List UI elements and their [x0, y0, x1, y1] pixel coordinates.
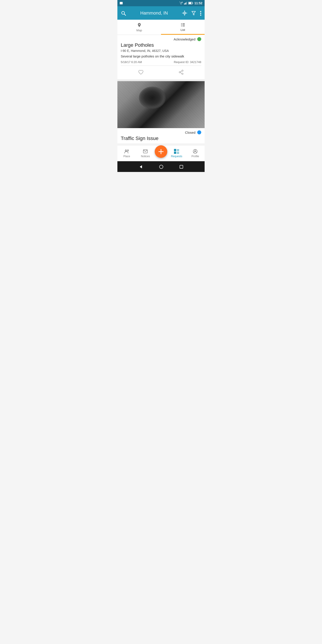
header-title: Hammond, IN [130, 10, 179, 16]
nav-requests[interactable]: Requests [167, 149, 186, 158]
card-2: Closed Traffic Sign Issue [118, 81, 204, 143]
nav-profile[interactable]: Profile [186, 149, 205, 158]
tab-list-label: List [180, 28, 185, 32]
card-1-address: I-90 E, Hammond, IN, 46327, USA [121, 49, 201, 52]
svg-rect-7 [189, 2, 192, 4]
card-1: Acknowledged Large Potholes I-90 E, Hamm… [118, 35, 204, 80]
svg-point-28 [179, 72, 180, 73]
svg-point-19 [200, 13, 201, 14]
svg-rect-37 [174, 149, 176, 151]
status-bar-right: 11:52 [179, 1, 202, 5]
card-1-title: Large Potholes [121, 42, 201, 48]
card-1-date: 5/18/17 6:20 AM [121, 60, 142, 64]
svg-point-29 [182, 73, 183, 74]
battery-icon [188, 2, 193, 4]
view-tabs: Map List [118, 20, 204, 35]
heart-icon [138, 70, 144, 75]
nav-add-button[interactable] [155, 145, 167, 158]
card-1-body: Acknowledged Large Potholes I-90 E, Hamm… [118, 35, 204, 80]
svg-line-31 [180, 71, 182, 72]
card-1-status-dot [197, 37, 201, 41]
nav-place[interactable]: Place [118, 149, 136, 158]
svg-rect-47 [180, 165, 183, 168]
card-1-meta: 5/18/17 6:20 AM Request ID: 3421748 [121, 60, 201, 66]
status-bar: 11:52 [118, 0, 204, 6]
nav-place-label: Place [124, 155, 130, 158]
card-1-description: Several large potholes on the city sidew… [121, 54, 201, 58]
svg-point-44 [194, 150, 196, 152]
svg-rect-5 [186, 2, 187, 4]
card-1-status-label: Acknowledged [174, 37, 196, 41]
svg-marker-17 [192, 12, 196, 15]
svg-point-33 [127, 150, 128, 151]
svg-point-18 [200, 11, 201, 12]
android-nav-bar [118, 161, 204, 172]
card-2-status-label: Closed [185, 130, 196, 134]
add-icon [158, 148, 164, 155]
card-2-title: Traffic Sign Issue [121, 136, 201, 141]
svg-line-30 [180, 73, 182, 74]
nav-requests-label: Requests [171, 155, 182, 158]
profile-nav-icon [193, 149, 198, 154]
svg-point-27 [182, 70, 183, 71]
card-1-actions [121, 66, 201, 78]
share-icon [178, 70, 184, 75]
card-2-image[interactable] [118, 81, 204, 128]
card-2-status-row: Closed [121, 130, 201, 134]
svg-rect-8 [192, 3, 193, 4]
svg-point-16 [184, 13, 185, 14]
svg-line-10 [124, 14, 126, 16]
svg-rect-4 [186, 2, 186, 4]
card-1-share-button[interactable] [172, 68, 190, 76]
card-2-body: Closed Traffic Sign Issue [118, 128, 204, 143]
svg-rect-2 [184, 4, 185, 4]
nav-notices-label: Notices [141, 155, 150, 158]
svg-marker-45 [140, 165, 142, 168]
android-home-button[interactable] [159, 164, 163, 169]
nav-notices[interactable]: Notices [136, 149, 155, 158]
tab-map-label: Map [136, 28, 142, 32]
header-actions [182, 10, 201, 16]
requests-nav-icon [174, 149, 179, 154]
card-1-status-row: Acknowledged [121, 37, 201, 41]
filter-icon[interactable] [191, 10, 196, 16]
svg-point-1 [181, 4, 181, 4]
card-2-status-dot [197, 130, 201, 134]
card-1-like-button[interactable] [132, 68, 150, 76]
tab-map[interactable]: Map [118, 20, 161, 35]
location-icon[interactable] [182, 10, 187, 16]
list-tab-icon [180, 22, 185, 27]
svg-rect-38 [174, 152, 176, 154]
android-recents-button[interactable] [180, 164, 183, 169]
search-icon[interactable] [121, 10, 126, 16]
svg-rect-3 [185, 3, 186, 5]
sim-card-icon [120, 2, 123, 4]
tab-list[interactable]: List [161, 20, 204, 35]
content-area: Acknowledged Large Potholes I-90 E, Hamm… [118, 35, 204, 143]
notices-nav-icon [143, 149, 148, 154]
android-back-button[interactable] [139, 164, 143, 169]
status-bar-left [120, 2, 123, 4]
bottom-nav: Place Notices Requests Profile [118, 145, 204, 161]
wifi-icon [179, 2, 183, 5]
app-header: Hammond, IN [118, 6, 204, 20]
svg-point-46 [160, 165, 163, 168]
svg-rect-0 [120, 2, 123, 4]
status-time: 11:52 [194, 1, 202, 5]
nav-profile-label: Profile [192, 155, 199, 158]
map-tab-icon [137, 22, 142, 28]
more-icon[interactable] [200, 10, 201, 16]
signal-icon [184, 2, 187, 4]
svg-point-20 [200, 14, 201, 16]
svg-point-32 [125, 150, 126, 151]
card-1-request-id: Request ID: 3421748 [174, 60, 201, 64]
place-nav-icon [124, 149, 130, 154]
